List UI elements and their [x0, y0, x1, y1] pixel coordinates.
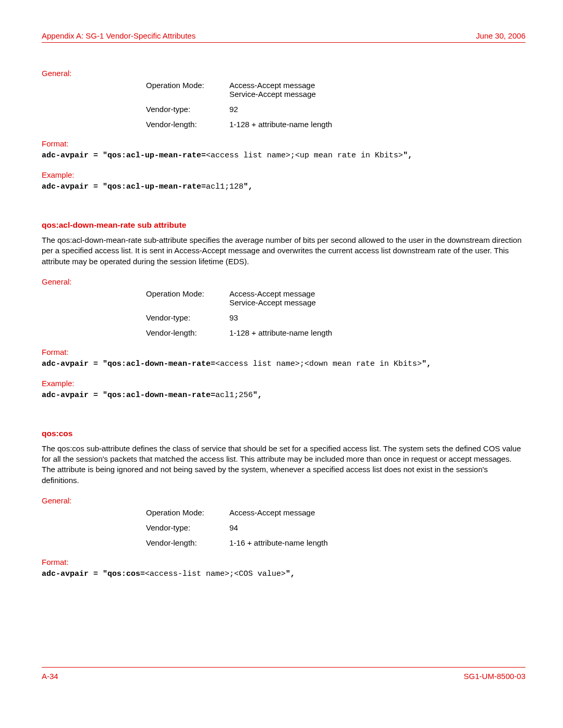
format-label: Format:	[42, 348, 525, 356]
attr-val: Access-Accept message	[229, 508, 525, 517]
example-label: Example:	[42, 379, 525, 388]
header-left: Appendix A: SG-1 Vendor-Specific Attribu…	[42, 31, 195, 40]
footer-left: A-34	[42, 672, 58, 681]
attribute-table: Operation Mode: Access-Accept message Se…	[146, 81, 525, 129]
attr-key: Operation Mode:	[146, 289, 229, 307]
general-label: General:	[42, 69, 525, 78]
attr-val: Access-Accept message Service-Accept mes…	[229, 81, 525, 98]
attr-val: 1-128 + attribute-name length	[229, 120, 525, 129]
code-tail: ",	[422, 360, 431, 368]
attr-val: 94	[229, 523, 525, 532]
attr-key: Vendor-type:	[146, 105, 229, 114]
table-row: Vendor-type: 93	[146, 313, 525, 322]
attribute-table: Operation Mode: Access-Accept message Se…	[146, 289, 525, 337]
page-header: Appendix A: SG-1 Vendor-Specific Attribu…	[42, 31, 525, 43]
general-label: General:	[42, 496, 525, 505]
code-bold: adc-avpair = "qos:acl-up-mean-rate=	[42, 182, 206, 191]
code-bold: adc-avpair = "qos:cos=	[42, 570, 145, 578]
format-label: Format:	[42, 139, 525, 148]
description: The qos:cos sub-attribute defines the cl…	[42, 443, 525, 486]
header-right: June 30, 2006	[476, 31, 525, 40]
code-tail: ",	[243, 182, 253, 191]
format-code: adc-avpair = "qos:acl-down-mean-rate=<ac…	[42, 360, 525, 368]
format-code: adc-avpair = "qos:acl-up-mean-rate=<acce…	[42, 151, 525, 160]
attr-val: 93	[229, 313, 525, 322]
code-bold: adc-avpair = "qos:acl-down-mean-rate=	[42, 391, 215, 400]
table-row: Vendor-length: 1-16 + attribute-name len…	[146, 538, 525, 547]
footer-right: SG1-UM-8500-03	[464, 672, 525, 681]
attr-key: Vendor-length:	[146, 328, 229, 337]
code-param: <access list name>;<up mean rate in Kbit…	[206, 151, 403, 160]
attr-val: 92	[229, 105, 525, 114]
attr-key: Vendor-type:	[146, 523, 229, 532]
table-row: Operation Mode: Access-Accept message Se…	[146, 289, 525, 307]
attribute-table: Operation Mode: Access-Accept message Ve…	[146, 508, 525, 547]
format-code: adc-avpair = "qos:cos=<access-list name>…	[42, 570, 525, 578]
page-footer: A-34 SG1-UM-8500-03	[42, 667, 525, 681]
general-label: General:	[42, 277, 525, 286]
example-code: adc-avpair = "qos:acl-up-mean-rate=acl1;…	[42, 182, 525, 191]
attr-key: Vendor-type:	[146, 313, 229, 322]
example-code: adc-avpair = "qos:acl-down-mean-rate=acl…	[42, 391, 525, 400]
attr-val: 1-128 + attribute-name length	[229, 328, 525, 337]
code-bold: adc-avpair = "qos:acl-up-mean-rate=	[42, 151, 206, 160]
code-tail: ",	[253, 391, 262, 400]
code-param: acl1;128	[206, 182, 243, 191]
code-tail: ",	[286, 570, 295, 578]
code-bold: adc-avpair = "qos:acl-down-mean-rate=	[42, 360, 215, 368]
attr-key: Operation Mode:	[146, 81, 229, 98]
example-label: Example:	[42, 170, 525, 179]
heading-qos-cos: qos:cos	[42, 429, 525, 438]
table-row: Vendor-length: 1-128 + attribute-name le…	[146, 120, 525, 129]
attr-key: Vendor-length:	[146, 538, 229, 547]
table-row: Operation Mode: Access-Accept message	[146, 508, 525, 517]
table-row: Vendor-type: 92	[146, 105, 525, 114]
format-label: Format:	[42, 558, 525, 566]
code-tail: ",	[403, 151, 412, 160]
table-row: Vendor-length: 1-128 + attribute-name le…	[146, 328, 525, 337]
attr-val: 1-16 + attribute-name length	[229, 538, 525, 547]
description: The qos:acl-down-mean-rate sub-attribute…	[42, 235, 525, 267]
attr-key: Vendor-length:	[146, 120, 229, 129]
table-row: Operation Mode: Access-Accept message Se…	[146, 81, 525, 98]
code-param: <access list name>;<down mean rate in Kb…	[215, 360, 422, 368]
attr-key: Operation Mode:	[146, 508, 229, 517]
table-row: Vendor-type: 94	[146, 523, 525, 532]
heading-qos-acl-down: qos:acl-down-mean-rate sub attribute	[42, 220, 525, 230]
attr-val: Access-Accept message Service-Accept mes…	[229, 289, 525, 307]
code-param: <access-list name>;<COS value>	[145, 570, 286, 578]
code-param: acl1;256	[215, 391, 253, 400]
page: Appendix A: SG-1 Vendor-Specific Attribu…	[0, 0, 563, 701]
